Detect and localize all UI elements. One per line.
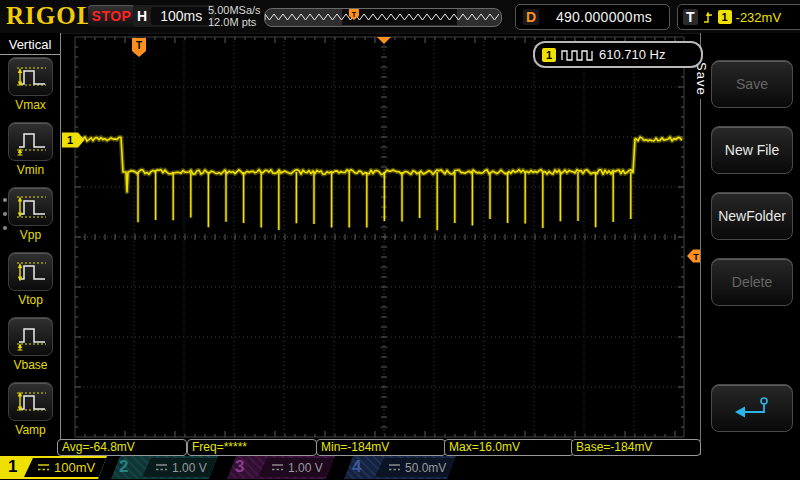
channel-status-bar: 1 100mV 2 1.00 V 3 1.00 V: [0, 456, 800, 480]
vmax-label: Vmax: [8, 98, 53, 112]
left-menu-title: Vertical: [0, 33, 60, 55]
rising-edge-icon: [702, 10, 714, 25]
svg-text:T: T: [136, 40, 142, 51]
vbase-label: Vbase: [8, 358, 53, 372]
delay-label: D: [523, 9, 539, 25]
pulse-train-icon: [561, 49, 594, 61]
channel-2-status[interactable]: 2 1.00 V: [111, 456, 218, 479]
vpp-icon: [13, 193, 49, 221]
save-button[interactable]: Save: [711, 60, 793, 108]
channel-4-scale: 50.0mV: [405, 461, 446, 475]
trigger-level-value: -232mV: [736, 10, 782, 25]
sample-rate: 5.00MSa/s: [208, 4, 261, 16]
measurement-base: Base=-184mV: [571, 439, 701, 456]
waveform-preview-strip[interactable]: T: [264, 8, 502, 27]
dc-coupling-icon: [37, 463, 50, 472]
save-menu: Save Save New File NewFolder Delete: [700, 33, 800, 455]
delay-box[interactable]: D 490.000000ms: [515, 4, 670, 30]
channel-1-status[interactable]: 1 100mV: [0, 456, 107, 479]
delete-button[interactable]: Delete: [711, 258, 793, 306]
timebase-value: 100ms: [151, 7, 211, 25]
delay-value: 490.000000ms: [539, 9, 669, 25]
freq-source-badge: 1: [542, 48, 556, 62]
new-file-button[interactable]: New File: [711, 126, 793, 174]
vtop-button[interactable]: Vtop: [8, 252, 53, 307]
vbase-button[interactable]: Vbase: [8, 317, 53, 372]
vmin-label: Vmin: [8, 163, 53, 177]
vpp-button[interactable]: Vpp: [8, 187, 53, 242]
vtop-label: Vtop: [8, 293, 53, 307]
vmin-icon: [13, 128, 49, 156]
svg-text:T: T: [693, 252, 699, 262]
trigger-box[interactable]: T 1 -232mV: [677, 4, 800, 30]
waveform-preview-graphic: T: [265, 9, 499, 25]
trigger-label: T: [683, 9, 698, 25]
trigger-source-badge: 1: [718, 10, 732, 24]
channel-3-number: 3: [235, 457, 244, 477]
acquisition-info: 5.00MSa/s 12.0M pts: [208, 4, 261, 28]
vamp-icon: [13, 388, 49, 416]
channel-4-number: 4: [352, 457, 361, 477]
dc-coupling-icon: [388, 463, 401, 472]
channel-2-scale: 1.00 V: [172, 461, 207, 475]
memory-depth: 12.0M pts: [208, 16, 261, 28]
svg-text:1: 1: [67, 134, 73, 146]
channel-3-scale: 1.00 V: [288, 461, 323, 475]
svg-text:T: T: [352, 11, 357, 18]
dc-coupling-icon: [155, 463, 168, 472]
back-button[interactable]: [711, 384, 793, 432]
measurement-avg: Avg=-64.8mV: [57, 439, 187, 456]
screen-center-marker: [377, 37, 391, 44]
freq-value: 610.710 Hz: [599, 47, 666, 62]
new-folder-button[interactable]: NewFolder: [711, 192, 793, 240]
vtop-icon: [13, 258, 49, 286]
top-status-bar: RIGOL STOP H 100ms 5.00MSa/s 12.0M pts T…: [0, 0, 800, 34]
page-indicator-dot: [3, 226, 7, 230]
horizontal-label: H: [137, 8, 147, 24]
left-measure-menu: Vertical Vmax Vmin Vpp: [0, 33, 61, 455]
channel-1-scale: 100mV: [54, 460, 95, 475]
measurement-min: Min=-184mV: [316, 439, 446, 456]
page-indicator-dot: [3, 198, 7, 202]
page-indicator-dot: [3, 212, 7, 216]
measurement-max: Max=16.0mV: [444, 439, 574, 456]
channel-2-number: 2: [119, 457, 128, 477]
measurement-freq: Freq=*****: [187, 439, 317, 456]
vamp-button[interactable]: Vamp: [8, 382, 53, 437]
vmin-button[interactable]: Vmin: [8, 122, 53, 177]
horizontal-timebase-box[interactable]: H 100ms: [133, 5, 215, 27]
scope-display: 1TT: [0, 0, 800, 480]
channel-3-status[interactable]: 3 1.00 V: [227, 456, 335, 479]
vmax-icon: [13, 63, 49, 91]
frequency-counter: 1 610.710 Hz: [533, 41, 703, 68]
return-arrow-icon: [731, 395, 773, 421]
vbase-icon: [13, 323, 49, 351]
channel-1-number: 1: [8, 457, 17, 477]
vpp-label: Vpp: [8, 228, 53, 242]
channel-4-status[interactable]: 4 50.0mV: [344, 456, 456, 479]
vamp-label: Vamp: [8, 423, 53, 437]
rigol-logo: RIGOL: [6, 2, 94, 30]
vmax-button[interactable]: Vmax: [8, 57, 53, 112]
run-state-badge[interactable]: STOP: [88, 5, 135, 27]
dc-coupling-icon: [271, 463, 284, 472]
channel-1-offset-marker[interactable]: [62, 133, 85, 148]
